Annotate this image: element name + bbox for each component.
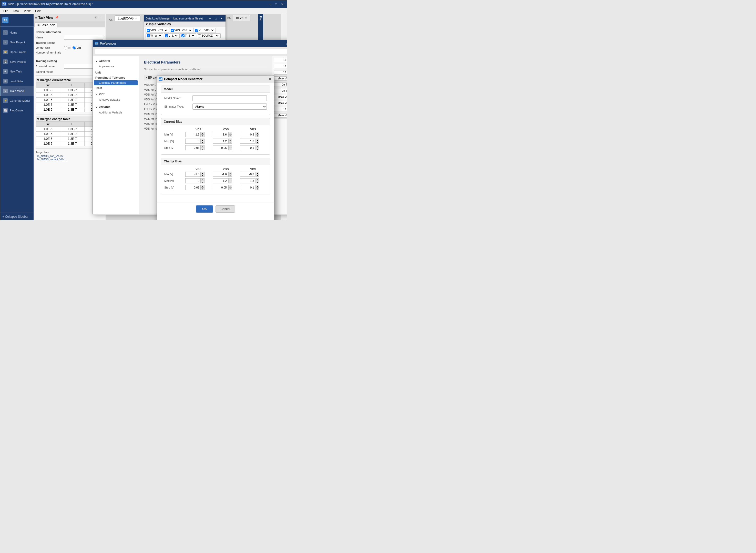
current-bias-max-vgs-up[interactable]: ▲ bbox=[228, 139, 232, 141]
sidebar-item-new-project[interactable]: + New Project bbox=[0, 37, 33, 47]
right-value-input[interactable] bbox=[274, 89, 287, 93]
sidebar-item-load-data[interactable]: ▦ Load Data bbox=[0, 76, 33, 86]
sidebar-item-open-project[interactable]: 📂 Open Project bbox=[0, 47, 33, 57]
minimize-button[interactable]: ─ bbox=[267, 2, 272, 6]
tree-general-header[interactable]: ∨ General bbox=[93, 58, 139, 64]
radio-um[interactable]: um bbox=[73, 46, 81, 50]
current-bias-step-vds-input[interactable] bbox=[185, 145, 201, 150]
name-input[interactable] bbox=[64, 35, 103, 40]
cb-source-select[interactable] bbox=[213, 34, 219, 37]
data-load-minimize[interactable]: ─ bbox=[208, 16, 213, 20]
current-table-collapse-icon[interactable]: ∨ bbox=[37, 78, 39, 82]
sidebar-item-save-project[interactable]: 💾 Save Project bbox=[0, 57, 33, 67]
charge-bias-step-vds-down[interactable]: ▼ bbox=[201, 187, 205, 190]
charge-bias-step-vgs-input[interactable] bbox=[213, 185, 228, 190]
right-value-input[interactable] bbox=[274, 113, 287, 117]
sidebar-item-new-task[interactable]: ✚ New Task bbox=[0, 67, 33, 76]
current-bias-step-vbs-down[interactable]: ▼ bbox=[256, 148, 259, 150]
cmg-ok-button[interactable]: OK bbox=[196, 206, 213, 213]
charge-bias-step-vds-up[interactable]: ▲ bbox=[201, 185, 205, 187]
collapse-sidebar-button[interactable]: « Collapse Sidebar bbox=[0, 213, 33, 220]
charge-bias-max-vbs-input[interactable] bbox=[240, 178, 255, 183]
preferences-search-input[interactable] bbox=[95, 49, 287, 54]
cb-t-select[interactable]: T bbox=[187, 34, 195, 37]
tab-basic-dev[interactable]: ⊞ Basic_dev bbox=[35, 22, 57, 27]
current-bias-step-vds-up[interactable]: ▲ bbox=[201, 145, 205, 148]
main-tab-idvd[interactable]: Id-Vd ✕ bbox=[233, 15, 250, 21]
model-name-input[interactable] bbox=[193, 95, 267, 101]
current-bias-max-vds-input[interactable] bbox=[185, 139, 201, 144]
cb-source-check[interactable] bbox=[198, 34, 201, 37]
current-bias-min-vds-up[interactable]: ▲ bbox=[201, 132, 205, 135]
tree-item-rounding[interactable]: Rounding & Tolerance bbox=[93, 75, 139, 80]
radio-m[interactable]: m bbox=[64, 46, 70, 50]
right-value-input[interactable] bbox=[274, 64, 287, 68]
current-bias-step-vgs-down[interactable]: ▼ bbox=[228, 148, 232, 150]
cb-vgs-select[interactable]: VGS bbox=[181, 29, 192, 32]
charge-bias-min-vgs-down[interactable]: ▼ bbox=[228, 174, 232, 177]
current-bias-max-vgs-down[interactable]: ▼ bbox=[228, 141, 232, 144]
plot-tab-label[interactable]: Plot bbox=[258, 14, 263, 22]
cmg-cancel-button[interactable]: Cancel bbox=[215, 206, 235, 213]
charge-bias-min-vgs-input[interactable] bbox=[213, 172, 228, 177]
preferences-minimize[interactable]: □ bbox=[285, 42, 287, 46]
tree-item-train[interactable]: Train bbox=[93, 85, 139, 90]
current-bias-min-vds-input[interactable] bbox=[185, 132, 201, 137]
current-bias-max-vgs-input[interactable] bbox=[213, 139, 228, 144]
charge-bias-max-vds-input[interactable] bbox=[185, 178, 201, 183]
current-bias-max-vbs-input[interactable] bbox=[240, 139, 255, 144]
close-button[interactable]: ✕ bbox=[280, 2, 285, 6]
current-bias-min-vds-down[interactable]: ▼ bbox=[201, 135, 205, 137]
current-bias-min-vgs-up[interactable]: ▲ bbox=[228, 132, 232, 135]
cb-vbs-select[interactable]: VBS bbox=[203, 29, 214, 32]
charge-bias-max-vds-up[interactable]: ▲ bbox=[201, 178, 205, 181]
current-bias-step-vbs-input[interactable] bbox=[240, 145, 255, 150]
task-view-settings-button[interactable]: ⚙ bbox=[94, 15, 98, 20]
tree-variable-header[interactable]: ∨ Variable bbox=[93, 104, 139, 110]
radio-m-input[interactable] bbox=[64, 46, 67, 50]
current-bias-max-vds-down[interactable]: ▼ bbox=[201, 141, 205, 144]
charge-bias-step-vbs-up[interactable]: ▲ bbox=[256, 185, 259, 187]
tree-item-unit[interactable]: Unit bbox=[93, 70, 139, 75]
current-bias-step-vbs-up[interactable]: ▲ bbox=[256, 145, 259, 148]
charge-bias-step-vgs-down[interactable]: ▼ bbox=[228, 187, 232, 190]
current-bias-max-vbs-up[interactable]: ▲ bbox=[256, 139, 259, 141]
cb-w-check[interactable] bbox=[147, 34, 150, 37]
data-load-close[interactable]: ✕ bbox=[219, 16, 224, 20]
charge-bias-max-vgs-up[interactable]: ▲ bbox=[228, 178, 232, 181]
main-tab-idvd-close[interactable]: ✕ bbox=[245, 17, 247, 19]
cb-w-select[interactable]: W bbox=[153, 34, 162, 37]
right-value-input[interactable] bbox=[274, 82, 287, 87]
data-load-maximize[interactable]: □ bbox=[213, 16, 218, 20]
menu-file[interactable]: File bbox=[1, 9, 10, 13]
sidebar-item-home[interactable]: ⌂ Home bbox=[0, 28, 33, 37]
menu-task[interactable]: Task bbox=[11, 9, 21, 13]
cb-t-check[interactable] bbox=[182, 34, 185, 37]
task-view-expand-icon[interactable]: ☰ bbox=[35, 16, 38, 19]
right-value-input[interactable] bbox=[274, 95, 287, 99]
tree-plot-header[interactable]: ∨ Plot bbox=[93, 91, 139, 97]
tree-item-electrical-params[interactable]: Electrical Parameters bbox=[94, 80, 138, 85]
menu-view[interactable]: View bbox=[22, 9, 32, 13]
current-bias-step-vds-down[interactable]: ▼ bbox=[201, 148, 205, 150]
charge-bias-step-vds-input[interactable] bbox=[185, 185, 201, 190]
right-value-input[interactable] bbox=[274, 70, 287, 75]
radio-um-input[interactable] bbox=[73, 46, 76, 50]
charge-bias-min-vds-input[interactable] bbox=[185, 172, 201, 177]
current-bias-min-vgs-down[interactable]: ▼ bbox=[228, 135, 232, 137]
sidebar-item-train-model[interactable]: ⚙ Train Model bbox=[0, 86, 33, 96]
cmg-close-button[interactable]: ✕ bbox=[268, 77, 272, 81]
current-bias-max-vbs-down[interactable]: ▼ bbox=[256, 141, 259, 144]
cb-vds-check[interactable] bbox=[147, 29, 150, 32]
current-bias-step-vgs-up[interactable]: ▲ bbox=[228, 145, 232, 148]
main-tab-logid-close[interactable]: ✕ bbox=[135, 17, 137, 20]
charge-bias-max-vbs-up[interactable]: ▲ bbox=[256, 178, 259, 181]
charge-bias-min-vgs-up[interactable]: ▲ bbox=[228, 172, 232, 174]
cb-vbs-check[interactable] bbox=[195, 29, 198, 32]
charge-bias-step-vbs-input[interactable] bbox=[240, 185, 255, 190]
charge-bias-min-vds-down[interactable]: ▼ bbox=[201, 174, 205, 177]
charge-bias-min-vbs-input[interactable] bbox=[240, 172, 255, 177]
current-bias-min-vbs-up[interactable]: ▲ bbox=[256, 132, 259, 135]
charge-bias-min-vbs-up[interactable]: ▲ bbox=[256, 172, 259, 174]
simulator-type-select[interactable]: Alspice Spectre HSPICE Ngspice bbox=[193, 103, 267, 109]
